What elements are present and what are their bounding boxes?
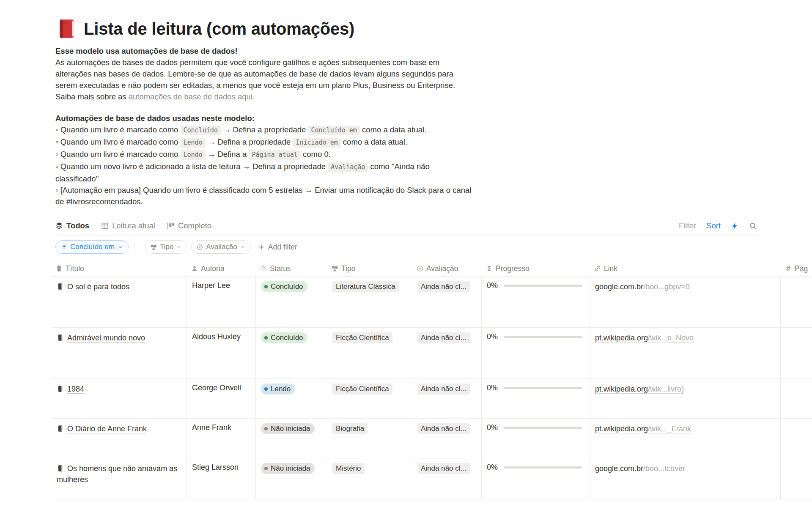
- cell-tipo[interactable]: Biografia: [327, 419, 412, 458]
- cell-author[interactable]: Stieg Larsson: [187, 458, 256, 499]
- cell-progresso[interactable]: 0%: [482, 458, 590, 499]
- filter-chip-tipo[interactable]: Tipo: [145, 240, 187, 254]
- column-header-progress[interactable]: Progresso: [482, 264, 590, 273]
- avaliacao-tag[interactable]: Ainda não cl...: [417, 423, 470, 434]
- table-row: O sol é para todosHarper LeeConcluídoLit…: [52, 277, 812, 328]
- status-pill[interactable]: Concluído: [261, 281, 307, 292]
- cell-status[interactable]: Não iniciada: [256, 458, 327, 499]
- cell-progresso[interactable]: 0%: [482, 277, 590, 327]
- tipo-tag[interactable]: Mistério: [332, 463, 365, 474]
- tab-todos[interactable]: Todos: [55, 221, 89, 230]
- cell-pag[interactable]: [781, 419, 812, 458]
- cell-link[interactable]: google.com.br/boo...gbpv=0: [590, 277, 781, 327]
- column-header-pag[interactable]: #Pág: [781, 264, 812, 273]
- progress-bar: [504, 285, 582, 287]
- cell-progresso[interactable]: 0%: [482, 419, 590, 458]
- cell-link[interactable]: google.com.br/boo...tcover: [590, 458, 781, 499]
- tipo-tag[interactable]: Biografia: [332, 423, 368, 434]
- cell-tipo[interactable]: Ficção Científica: [327, 328, 412, 378]
- row-link[interactable]: pt.wikipedia.org/wik..._Frank: [595, 423, 691, 434]
- table-row: 1984George OrwellLendoFicção CientíficaA…: [52, 379, 812, 419]
- cell-link[interactable]: pt.wikipedia.org/wik...o_Novo: [590, 328, 781, 378]
- status-pill[interactable]: Lendo: [261, 384, 295, 395]
- cell-progresso[interactable]: 0%: [482, 328, 590, 378]
- progress-value: 0%: [487, 281, 498, 290]
- bullet-text: como a data atual.: [341, 137, 407, 146]
- cell-title[interactable]: O sol é para todos: [52, 277, 187, 327]
- column-header-link[interactable]: Link: [590, 264, 781, 273]
- avaliacao-tag[interactable]: Ainda não cl...: [417, 281, 470, 292]
- sort-button[interactable]: Sort: [706, 221, 721, 230]
- cell-author[interactable]: Anne Frank: [187, 419, 256, 458]
- cell-link[interactable]: pt.wikipedia.org/wik...livro): [590, 379, 781, 418]
- filter-chip-avaliação[interactable]: Avaliação: [191, 240, 250, 254]
- search-icon[interactable]: [749, 222, 757, 230]
- avaliacao-tag[interactable]: Ainda não cl...: [417, 332, 470, 343]
- column-header-tipo[interactable]: Tipo: [327, 264, 412, 273]
- column-header-author[interactable]: Autoria: [187, 264, 256, 273]
- row-link[interactable]: pt.wikipedia.org/wik...livro): [595, 384, 684, 395]
- row-title-link[interactable]: Os homens que não amavam as mulheres: [57, 464, 177, 484]
- cell-author[interactable]: Aldous Huxley: [187, 328, 256, 378]
- add-filter-label: Add filter: [268, 243, 297, 252]
- row-title-link[interactable]: 1984: [57, 385, 84, 393]
- avaliacao-tag[interactable]: Ainda não cl...: [417, 384, 470, 395]
- bolt-icon[interactable]: [731, 222, 739, 230]
- column-header-avaliacao[interactable]: Avaliação: [412, 264, 482, 273]
- cell-status[interactable]: Concluído: [256, 277, 327, 327]
- cell-avaliacao[interactable]: Ainda não cl...: [412, 458, 482, 499]
- add-filter-button[interactable]: Add filter: [258, 243, 297, 252]
- cell-author[interactable]: Harper Lee: [187, 277, 256, 327]
- tipo-tag[interactable]: Ficção Científica: [332, 384, 392, 395]
- tab-leitura-atual[interactable]: Leitura atual: [101, 221, 155, 230]
- cell-author[interactable]: George Orwell: [187, 379, 256, 418]
- cell-status[interactable]: Lendo: [256, 379, 327, 418]
- row-link[interactable]: pt.wikipedia.org/wik...o_Novo: [595, 332, 694, 343]
- chevron-down-icon: [118, 244, 123, 250]
- avaliacao-tag[interactable]: Ainda não cl...: [417, 463, 470, 474]
- row-title-link[interactable]: O sol é para todos: [57, 282, 129, 291]
- column-header-title[interactable]: Título: [52, 264, 187, 273]
- cell-pag[interactable]: [781, 379, 812, 418]
- cell-status[interactable]: Não iniciada: [256, 419, 327, 458]
- filter-button[interactable]: Filter: [679, 221, 696, 230]
- cell-title[interactable]: Admirável mundo novo: [52, 328, 187, 378]
- cell-avaliacao[interactable]: Ainda não cl...: [412, 277, 482, 327]
- row-title-link[interactable]: Admirável mundo novo: [57, 334, 145, 342]
- cell-pag[interactable]: [781, 277, 812, 327]
- page-title-row: Lista de leitura (com automações): [55, 18, 474, 40]
- cell-avaliacao[interactable]: Ainda não cl...: [412, 379, 482, 418]
- tab-completo[interactable]: Completo: [167, 221, 211, 230]
- cell-avaliacao[interactable]: Ainda não cl...: [412, 419, 482, 458]
- cell-title[interactable]: Os homens que não amavam as mulheres: [52, 458, 187, 499]
- book-icon: [57, 384, 64, 392]
- cell-pag[interactable]: [781, 328, 812, 378]
- column-header-label: Tipo: [341, 264, 355, 273]
- tipo-tag[interactable]: Ficção Científica: [332, 332, 392, 343]
- database-automations-link[interactable]: automações de base de dados aqui.: [129, 92, 255, 101]
- cell-title[interactable]: O Diário de Anne Frank: [52, 419, 187, 458]
- cell-progresso[interactable]: 0%: [482, 379, 590, 418]
- progress-value: 0%: [487, 463, 498, 472]
- layers-icon: [55, 222, 63, 230]
- automation-bullet: ◦ Quando um livro é marcado como Concluí…: [55, 124, 472, 136]
- cell-pag[interactable]: [781, 458, 812, 499]
- cell-tipo[interactable]: Ficção Científica: [327, 379, 412, 418]
- cell-link[interactable]: pt.wikipedia.org/wik..._Frank: [590, 419, 781, 458]
- status-pill[interactable]: Não iniciada: [261, 463, 315, 474]
- status-pill[interactable]: Concluído: [261, 332, 307, 343]
- cell-title[interactable]: 1984: [52, 379, 187, 418]
- row-title-link[interactable]: O Diário de Anne Frank: [57, 425, 147, 433]
- cell-tipo[interactable]: Literatura Clássica: [327, 277, 412, 327]
- row-link[interactable]: google.com.br/boo...tcover: [595, 463, 685, 474]
- cell-status[interactable]: Concluído: [256, 328, 327, 378]
- column-header-label: Autoria: [201, 264, 224, 273]
- automation-bullet: ◦ Quando um livro é marcado como Lendo →…: [55, 136, 472, 148]
- sort-chip-concluido-em[interactable]: Concluído em: [55, 240, 129, 254]
- tipo-tag[interactable]: Literatura Clássica: [332, 281, 399, 292]
- row-link[interactable]: google.com.br/boo...gbpv=0: [595, 281, 690, 292]
- cell-avaliacao[interactable]: Ainda não cl...: [412, 328, 482, 378]
- status-pill[interactable]: Não iniciada: [261, 423, 315, 434]
- column-header-status[interactable]: Status: [256, 264, 327, 273]
- cell-tipo[interactable]: Mistério: [327, 458, 412, 499]
